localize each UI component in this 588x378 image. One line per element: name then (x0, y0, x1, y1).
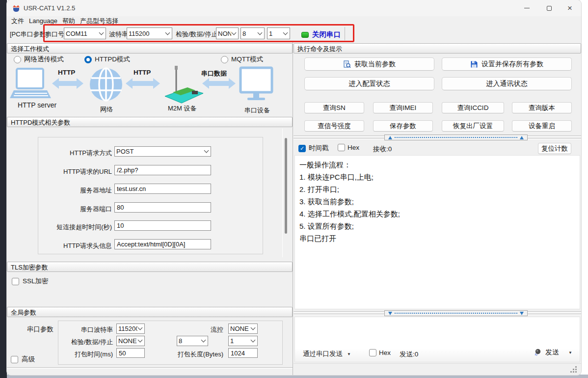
triangle-down-icon (388, 312, 392, 315)
receive-log-area[interactable]: 一般操作流程： 1. 模块连PC串口,上电; 2. 打开串口; 3. 获取当前参… (294, 155, 580, 309)
global-databits-select[interactable]: 8 (177, 336, 208, 346)
query-sn-button[interactable]: 查询SN (304, 102, 364, 113)
scrollbar-track (282, 129, 283, 257)
chevron-down-icon (99, 30, 104, 35)
pack-length-input[interactable] (228, 348, 258, 358)
menu-product-select[interactable]: 产品型号选择 (79, 16, 120, 26)
splitter-handle-top[interactable] (384, 135, 528, 140)
chevron-down-icon (138, 338, 143, 343)
send-hex-checkbox[interactable]: Hex (369, 349, 391, 356)
scrollbar-thumb[interactable] (285, 138, 287, 234)
parity-data-stop-label: 检验/数据/停止 (176, 30, 217, 39)
parity-select[interactable]: NONI (216, 27, 239, 39)
query-iccid-button[interactable]: 查询ICCID (442, 102, 504, 113)
global-parity-select[interactable]: NONE (116, 336, 145, 346)
databits-select[interactable]: 8 (241, 27, 265, 39)
factory-reset-button[interactable]: 恢复出厂设置 (442, 120, 504, 132)
resize-grip[interactable] (570, 366, 577, 373)
device-reboot-button[interactable]: 设备重启 (512, 120, 572, 132)
chevron-down-icon (258, 30, 263, 35)
checkbox-icon (369, 349, 376, 356)
http-url-label: HTTP请求的URL (38, 167, 112, 176)
send-via-serial-dropdown[interactable]: 通过串口发送▼ (303, 350, 351, 358)
checkbox-checked-icon: ✓ (298, 145, 306, 152)
dropdown-arrow-icon: ▼ (347, 352, 351, 356)
log-line: 2. 打开串口; (299, 183, 575, 195)
baud-select[interactable]: 115200 (127, 27, 172, 39)
server-port-label: 服务器端口 (38, 205, 112, 214)
menu-file[interactable]: 文件 (10, 16, 26, 26)
save-params-button[interactable]: 保存参数 (373, 120, 433, 132)
log-line: 5. 设置所有参数; (299, 220, 575, 232)
reset-counter-button[interactable]: 复位计数 (538, 143, 571, 154)
get-params-button[interactable]: 获取当前参数 (304, 57, 434, 71)
chevron-down-icon (232, 30, 237, 35)
menu-help[interactable]: 帮助 (61, 16, 77, 26)
menu-language[interactable]: Language (27, 16, 59, 26)
flow-control-label: 流控 (199, 325, 223, 334)
recv-hex-checkbox[interactable]: Hex (338, 144, 359, 151)
chevron-down-icon (204, 148, 209, 153)
enter-comm-button[interactable]: 进入通讯状态 (442, 77, 572, 90)
baud-label: 波特率 (109, 30, 128, 39)
close-serial-button[interactable]: 关闭串口 (301, 30, 341, 39)
http-method-select[interactable]: POST (114, 146, 211, 157)
splitter-dots (395, 137, 517, 138)
pack-length-label: 打包长度(Bytes) (174, 350, 223, 359)
radio-mqtt-mode[interactable]: MQTT模式 (221, 55, 263, 64)
desktop-backdrop-left (0, 0, 7, 378)
ssl-checkbox[interactable]: SSL加密 (12, 277, 49, 286)
short-timeout-input[interactable] (114, 220, 211, 231)
radio-httpd-mode[interactable]: HTTPD模式 (84, 55, 130, 64)
splitter-dots (395, 313, 517, 314)
panel-divider (293, 42, 293, 375)
server-address-label: 服务器地址 (38, 186, 112, 195)
splitter-handle-bottom[interactable] (384, 310, 528, 316)
diagram-node-label: HTTP server (18, 101, 56, 109)
maximize-icon (547, 6, 552, 11)
query-version-button[interactable]: 查询版本 (512, 102, 572, 113)
title-bar: USR-CAT1 V1.2.5 × (7, 0, 581, 16)
set-save-all-button[interactable]: 设置并保存所有参数 (442, 57, 572, 71)
http-url-input[interactable] (114, 165, 211, 175)
maximize-button[interactable] (538, 0, 561, 16)
http-method-label: HTTP请求方式 (38, 149, 112, 158)
query-signal-button[interactable]: 查信号强度 (304, 120, 364, 132)
doc-search-icon (343, 60, 351, 68)
timestamp-checkbox[interactable]: ✓时间戳 (298, 144, 329, 153)
flow-control-select[interactable]: NONE (228, 324, 258, 334)
send-button[interactable]: 发送 ▼ (533, 348, 572, 357)
speaker-icon (533, 348, 542, 357)
stopbits-select[interactable]: 1 (267, 27, 290, 39)
log-line: 1. 模块连PC串口,上电; (299, 171, 575, 183)
checkbox-icon (11, 356, 18, 363)
chevron-down-icon (138, 325, 143, 330)
log-line: 3. 获取当前参数; (299, 195, 575, 208)
close-button[interactable]: × (559, 0, 581, 16)
diagram-node-label: 网络 (100, 105, 113, 114)
chevron-down-icon (251, 338, 256, 343)
enter-config-button[interactable]: 进入配置状态 (304, 77, 434, 90)
chevron-down-icon (251, 325, 256, 330)
http-header-input[interactable] (114, 239, 211, 249)
query-imei-button[interactable]: 查询IMEI (373, 102, 433, 113)
global-stopbits-select[interactable]: 1 (228, 336, 258, 346)
serial-params-label: 串口参数 (27, 325, 53, 334)
triangle-up-icon (520, 136, 524, 139)
floppy-save-icon (470, 60, 478, 68)
triangle-down-icon (520, 312, 524, 315)
global-baud-select[interactable]: 115200 (116, 324, 145, 334)
minimize-icon (524, 8, 530, 8)
port-select[interactable]: COM11 (64, 27, 106, 39)
minimize-button[interactable] (515, 0, 538, 16)
pack-time-input[interactable] (116, 348, 145, 358)
server-address-input[interactable] (114, 184, 211, 194)
radio-transparent-mode[interactable]: 网络透传模式 (14, 55, 64, 64)
log-line: 4. 选择工作模式,配置相关参数; (299, 208, 575, 220)
diagram-node-label: 串口设备 (244, 106, 270, 115)
dropdown-arrow-icon: ▼ (568, 351, 572, 355)
close-icon: × (567, 4, 572, 12)
server-port-input[interactable] (114, 202, 211, 213)
advanced-checkbox[interactable]: 高级 (11, 355, 35, 364)
monitor-icon (241, 68, 272, 92)
